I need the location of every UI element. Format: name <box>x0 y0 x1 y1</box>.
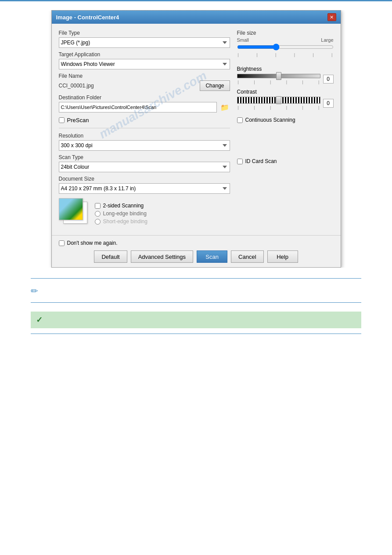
id-card-scan-label: ID Card Scan <box>245 158 277 164</box>
pencil-icon: ✏ <box>31 286 38 296</box>
file-size-ticks: | | | | | | <box>237 53 334 57</box>
help-button[interactable]: Help <box>267 250 298 263</box>
check-bottom-divider <box>31 334 361 334</box>
note-top-divider <box>31 278 361 279</box>
target-app-select[interactable]: Windows Photo Viewer <box>59 59 230 69</box>
long-edge-row: Long-edge binding <box>95 210 147 217</box>
resolution-select[interactable]: 300 x 300 dpi <box>59 140 230 151</box>
dialog-window: Image - ControlCenter4 ✕ File Type JPEG … <box>51 10 341 268</box>
dialog-body: File Type JPEG (*.jpg) Target Applicatio… <box>52 24 341 235</box>
continuous-scanning-label: Continuous Scanning <box>245 117 295 123</box>
resolution-label: Resolution <box>59 133 230 139</box>
note-bottom-divider <box>31 302 361 303</box>
short-edge-row: Short-edge binding <box>95 218 147 225</box>
continuous-scanning-row: Continuous Scanning <box>237 117 334 123</box>
image-thumbnail <box>59 199 83 220</box>
tick-3: | <box>275 53 276 57</box>
tick-6: | <box>331 53 332 57</box>
target-app-label: Target Application <box>59 51 230 58</box>
divider-1 <box>59 128 230 128</box>
note-row: ✏ <box>31 282 361 299</box>
dest-folder-row: 📁 <box>59 102 230 112</box>
short-edge-label: Short-edge binding <box>103 218 147 225</box>
tick-1: | <box>238 53 239 57</box>
dialog-wrapper: manualsarchive.com Image - ControlCenter… <box>26 10 366 268</box>
folder-browse-button[interactable]: 📁 <box>219 102 230 112</box>
preview-image <box>59 198 90 229</box>
checkmark-icon: ✓ <box>36 315 43 325</box>
doc-size-select[interactable]: A4 210 x 297 mm (8.3 x 11.7 in) <box>59 183 230 194</box>
prescan-row: PreScan <box>59 117 230 123</box>
scan-button[interactable]: Scan <box>197 250 227 263</box>
scan-type-label: Scan Type <box>59 154 230 160</box>
file-size-label: File size <box>237 30 334 36</box>
contrast-label: Contrast <box>237 89 334 95</box>
id-card-scan-checkbox[interactable] <box>237 159 243 164</box>
long-edge-radio[interactable] <box>95 211 101 217</box>
scan-type-select[interactable]: 24bit Colour <box>59 162 230 172</box>
short-edge-radio[interactable] <box>95 219 101 225</box>
check-banner: ✓ <box>31 312 361 328</box>
file-size-slider[interactable] <box>237 44 334 51</box>
two-sided-row: 2-sided Scanning <box>95 203 147 209</box>
file-type-select[interactable]: JPEG (*.jpg) <box>59 37 230 48</box>
two-sided-checkbox[interactable] <box>95 203 101 209</box>
prescan-checkbox[interactable] <box>59 117 65 123</box>
tick-2: | <box>256 53 257 57</box>
dont-show-label: Don't show me again. <box>67 240 118 246</box>
id-card-scan-row: ID Card Scan <box>237 158 334 164</box>
dest-folder-input[interactable] <box>59 102 217 112</box>
dialog-buttons: Default Advanced Settings Scan Cancel He… <box>59 250 334 263</box>
image-card-front <box>59 198 83 220</box>
two-sided-label: 2-sided Scanning <box>103 203 144 209</box>
dont-show-row: Don't show me again. <box>59 240 334 246</box>
dest-folder-label: Destination Folder <box>59 94 230 101</box>
dialog-footer: Don't show me again. Default Advanced Se… <box>52 235 341 267</box>
file-size-labels: Small Large <box>237 37 334 43</box>
cancel-button[interactable]: Cancel <box>231 250 263 263</box>
brightness-label: Brightness <box>237 66 334 72</box>
tick-4: | <box>294 53 295 57</box>
advanced-settings-button[interactable]: Advanced Settings <box>131 250 193 263</box>
change-button[interactable]: Change <box>200 80 230 91</box>
top-line <box>0 0 392 1</box>
continuous-scanning-checkbox[interactable] <box>237 117 243 123</box>
contrast-value-display: 0 <box>323 99 334 108</box>
large-label: Large <box>321 37 333 43</box>
small-label: Small <box>237 37 249 43</box>
file-type-label: File Type <box>59 30 230 36</box>
dialog-close-button[interactable]: ✕ <box>327 13 336 21</box>
dont-show-checkbox[interactable] <box>59 240 65 246</box>
default-button[interactable]: Default <box>94 250 127 263</box>
prescan-label: PreScan <box>67 117 89 123</box>
check-section: ✓ <box>26 312 366 334</box>
bottom-left-section: 2-sided Scanning Long-edge binding Short… <box>59 198 230 229</box>
long-edge-label: Long-edge binding <box>103 210 147 217</box>
brightness-value-input[interactable]: 0 <box>323 75 334 83</box>
scan-options: 2-sided Scanning Long-edge binding Short… <box>95 198 147 229</box>
dialog-left-column: File Type JPEG (*.jpg) Target Applicatio… <box>59 30 230 229</box>
file-name-value: CCI_00001.jpg <box>59 83 197 89</box>
file-name-label: File Name <box>59 73 230 79</box>
dialog-columns: File Type JPEG (*.jpg) Target Applicatio… <box>59 30 334 229</box>
dialog-right-column: File size Small Large | | | | | | <box>237 30 334 229</box>
note-section: ✏ <box>26 278 366 303</box>
tick-5: | <box>313 53 313 57</box>
dialog-titlebar: Image - ControlCenter4 ✕ <box>52 11 341 24</box>
doc-size-label: Document Size <box>59 176 230 182</box>
dialog-title: Image - ControlCenter4 <box>56 14 119 21</box>
file-name-row: CCI_00001.jpg Change <box>59 80 230 91</box>
